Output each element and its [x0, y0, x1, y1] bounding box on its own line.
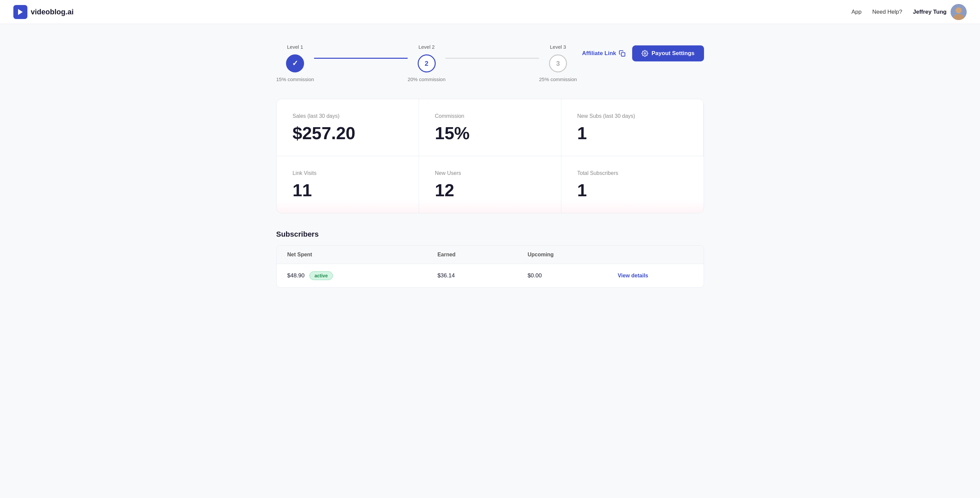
- header-earned: Earned: [438, 252, 528, 258]
- level-item-1: Level 1 ✓ 15% commission: [276, 44, 314, 82]
- level-1-commission: 15% commission: [276, 76, 314, 82]
- app-link[interactable]: App: [851, 9, 861, 15]
- level-2-value: 2: [425, 60, 428, 67]
- stat-new-users: New Users 12: [419, 156, 562, 213]
- level-1-circle: ✓: [286, 54, 304, 73]
- stat-sales-label: Sales (last 30 days): [293, 113, 402, 119]
- view-details-link[interactable]: View details: [618, 273, 648, 278]
- copy-icon: [619, 50, 625, 57]
- subscribers-section: Subscribers Net Spent Earned Upcoming $4…: [276, 230, 704, 288]
- avatar: [951, 4, 967, 20]
- level-3-circle: 3: [549, 54, 567, 73]
- stat-new-users-value: 12: [435, 182, 545, 199]
- subscribers-table: Net Spent Earned Upcoming $48.90 active …: [276, 245, 704, 288]
- level-track: Level 1 ✓ 15% commission Level 2 2 20% c…: [276, 41, 577, 82]
- header-action: [618, 252, 693, 258]
- affiliate-link-label: Affiliate Link: [582, 50, 616, 57]
- cell-upcoming: $0.00: [528, 272, 618, 279]
- subscribers-title: Subscribers: [276, 230, 704, 239]
- level-2-commission: 20% commission: [408, 76, 445, 82]
- stat-link-visits-value: 11: [293, 182, 402, 199]
- brand-logo[interactable]: videoblog.ai: [13, 5, 73, 19]
- svg-marker-0: [18, 9, 23, 15]
- header-net-spent: Net Spent: [287, 252, 438, 258]
- level-3-label: Level 3: [550, 44, 566, 50]
- main-content: Level 1 ✓ 15% commission Level 2 2 20% c…: [250, 24, 731, 314]
- header-upcoming: Upcoming: [528, 252, 618, 258]
- brand-icon: [13, 5, 27, 19]
- stat-new-subs: New Subs (last 30 days) 1: [562, 99, 704, 156]
- table-header: Net Spent Earned Upcoming: [277, 246, 704, 264]
- cell-net-spent: $48.90 active: [287, 271, 438, 280]
- user-name: Jeffrey Tung: [913, 9, 947, 15]
- payout-settings-button[interactable]: Payout Settings: [632, 45, 704, 62]
- payout-settings-label: Payout Settings: [652, 50, 694, 57]
- stat-link-visits-label: Link Visits: [293, 170, 402, 176]
- stat-sales: Sales (last 30 days) $257.20: [277, 99, 419, 156]
- stat-commission: Commission 15%: [419, 99, 562, 156]
- navbar-right: App Need Help? Jeffrey Tung: [851, 4, 967, 20]
- table-row: $48.90 active $36.14 $0.00 View details: [277, 264, 704, 287]
- stat-commission-value: 15%: [435, 125, 545, 142]
- level-connector-2: [445, 58, 539, 59]
- level-section: Level 1 ✓ 15% commission Level 2 2 20% c…: [276, 41, 704, 82]
- level-1-label: Level 1: [287, 44, 303, 50]
- level-2-circle: 2: [418, 54, 436, 73]
- level-connector-1: [314, 58, 408, 59]
- navbar: videoblog.ai App Need Help? Jeffrey Tung: [0, 0, 980, 24]
- level-2-label: Level 2: [418, 44, 434, 50]
- settings-icon: [641, 50, 648, 57]
- stat-total-subscribers-value: 1: [578, 182, 688, 199]
- stat-new-subs-value: 1: [578, 125, 687, 142]
- stat-sales-value: $257.20: [293, 125, 402, 142]
- help-link[interactable]: Need Help?: [872, 9, 902, 15]
- stats-grid: Sales (last 30 days) $257.20 Commission …: [276, 99, 704, 213]
- svg-rect-4: [622, 53, 625, 56]
- svg-point-2: [956, 7, 962, 13]
- stat-new-subs-label: New Subs (last 30 days): [578, 113, 687, 119]
- play-icon: [16, 8, 24, 16]
- check-icon: ✓: [292, 59, 298, 68]
- stat-commission-label: Commission: [435, 113, 545, 119]
- stat-total-subscribers-label: Total Subscribers: [578, 170, 688, 176]
- action-buttons: Affiliate Link Payout Settings: [582, 45, 704, 62]
- stat-new-users-label: New Users: [435, 170, 545, 176]
- net-spent-value: $48.90: [287, 272, 305, 279]
- avatar-image: [951, 4, 967, 20]
- brand-name: videoblog.ai: [31, 8, 73, 16]
- user-area[interactable]: Jeffrey Tung: [913, 4, 967, 20]
- affiliate-link-button[interactable]: Affiliate Link: [582, 50, 625, 57]
- level-3-value: 3: [556, 60, 560, 67]
- cell-action: View details: [618, 272, 693, 279]
- level-3-commission: 25% commission: [539, 76, 577, 82]
- svg-point-5: [644, 53, 646, 54]
- stat-link-visits: Link Visits 11: [277, 156, 419, 213]
- status-badge: active: [309, 271, 333, 280]
- stat-total-subscribers: Total Subscribers 1: [562, 156, 704, 213]
- cell-earned: $36.14: [438, 272, 528, 279]
- level-item-3: Level 3 3 25% commission: [539, 44, 577, 82]
- level-item-2: Level 2 2 20% commission: [408, 44, 445, 82]
